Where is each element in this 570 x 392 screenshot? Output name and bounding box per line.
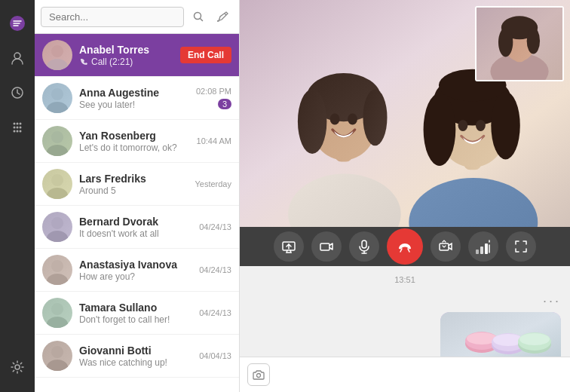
chat-area: 13:51 ··· (240, 0, 570, 392)
contact-info-lars: Lars Fredriks Around 5 (79, 173, 195, 196)
svg-point-19 (47, 145, 68, 156)
svg-point-53 (498, 28, 513, 57)
contact-meta-yan: 10:44 AM (197, 136, 231, 145)
contact-item-tamara[interactable]: Tamara Sullano Don't forget to call her!… (35, 292, 239, 335)
end-call-button[interactable]: End Call (180, 47, 231, 63)
svg-point-15 (47, 59, 68, 70)
svg-point-38 (348, 114, 357, 125)
svg-point-5 (20, 123, 22, 125)
contact-meta-anna: 02:08 PM 3 (196, 87, 231, 109)
contacts-panel: Anabel Torres Call (2:21) End Call Anna (35, 0, 240, 392)
svg-rect-64 (480, 247, 483, 254)
settings-icon[interactable] (0, 350, 35, 384)
svg-point-25 (47, 274, 68, 285)
avatar-yan (42, 126, 72, 156)
search-input[interactable] (41, 7, 184, 27)
logo-icon[interactable] (0, 6, 35, 41)
time-divider: 13:51 (249, 275, 561, 284)
messages-area: 13:51 ··· (240, 266, 570, 357)
svg-rect-65 (485, 243, 488, 254)
svg-point-46 (458, 120, 468, 131)
contact-time-tamara: 04/24/13 (199, 308, 231, 317)
contact-time-giovanni: 04/04/13 (199, 351, 231, 360)
svg-point-16 (51, 88, 63, 100)
search-button[interactable] (188, 6, 209, 27)
switch-camera-button[interactable] (431, 231, 461, 262)
contact-meta-bernard: 04/24/13 (199, 222, 231, 231)
svg-point-26 (51, 303, 63, 315)
video-toggle-button[interactable] (311, 231, 342, 262)
contact-info-anastasiya: Anastasiya Ivanova How are you? (79, 259, 199, 282)
contact-preview-tamara: Don't forget to call her! (79, 314, 199, 325)
contact-item-giovanni[interactable]: Giovanni Botti Was nice catching up! 04/… (35, 335, 239, 378)
self-video-thumbnail (475, 6, 564, 81)
contact-info-bernard: Bernard Dvorak It doesn't work at all (79, 216, 199, 239)
contact-name-tamara: Tamara Sullano (79, 302, 199, 314)
svg-point-22 (51, 217, 63, 229)
svg-point-20 (51, 174, 63, 186)
contact-preview-giovanni: Was nice catching up! (79, 357, 199, 368)
svg-point-37 (330, 114, 340, 125)
contacts-icon[interactable] (0, 41, 35, 75)
svg-point-18 (51, 131, 63, 143)
contact-meta-tamara: 04/24/13 (199, 308, 231, 317)
contact-list: Anabel Torres Call (2:21) End Call Anna (35, 34, 239, 392)
input-area (240, 357, 570, 392)
sidebar (0, 0, 35, 392)
image-message-bubble (440, 312, 561, 357)
svg-point-7 (17, 127, 19, 129)
svg-point-27 (47, 317, 68, 328)
contact-name-anna: Anna Augestine (79, 87, 196, 99)
video-area (240, 0, 570, 227)
mute-button[interactable] (349, 231, 379, 262)
svg-point-24 (51, 260, 63, 272)
avatar-tamara (42, 298, 72, 328)
contact-time-bernard: 04/24/13 (199, 222, 231, 231)
contact-item-anastasiya[interactable]: Anastasiya Ivanova How are you? 04/24/13 (35, 249, 239, 292)
contact-info-tamara: Tamara Sullano Don't forget to call her! (79, 302, 199, 325)
contact-preview-bernard: It doesn't work at all (79, 228, 199, 239)
contact-name-giovanni: Giovanni Botti (79, 345, 199, 357)
video-controls-bar (240, 227, 570, 266)
svg-point-12 (15, 365, 20, 369)
dialpad-icon[interactable] (0, 110, 35, 145)
contact-time-anna: 02:08 PM (196, 87, 231, 96)
contact-info-anna: Anna Augestine See you later! (79, 87, 196, 110)
message-row-image: ··· (249, 293, 561, 357)
contact-info-giovanni: Giovanni Botti Was nice catching up! (79, 345, 199, 368)
contact-info-anabel: Anabel Torres Call (2:21) (79, 44, 180, 67)
contact-time-anastasiya: 04/24/13 (199, 265, 231, 274)
contact-item-bernard[interactable]: Bernard Dvorak It doesn't work at all 04… (35, 206, 239, 249)
contact-preview-anna: See you later! (79, 100, 196, 110)
svg-point-78 (257, 374, 261, 378)
avatar-bernard (42, 212, 72, 242)
svg-point-8 (20, 127, 22, 129)
contact-item-yan[interactable]: Yan Rosenberg Let's do it tomorrow, ok? … (35, 120, 239, 163)
fullscreen-button[interactable] (506, 231, 536, 262)
camera-button[interactable] (247, 363, 270, 386)
svg-point-17 (47, 102, 68, 113)
call-duration: Call (2:21) (91, 57, 133, 67)
screen-share-button[interactable] (274, 231, 304, 262)
contact-time-lars: Yesterday (195, 179, 231, 188)
volume-button[interactable] (468, 231, 498, 262)
svg-point-21 (47, 188, 68, 199)
end-call-control-button[interactable] (387, 228, 423, 265)
contact-meta-lars: Yesterday (195, 179, 231, 188)
svg-rect-63 (476, 250, 479, 254)
contact-item-lars[interactable]: Lars Fredriks Around 5 Yesterday (35, 163, 239, 206)
contact-name-yan: Yan Rosenberg (79, 130, 197, 142)
recents-icon[interactable] (0, 75, 35, 110)
message-input[interactable] (276, 369, 562, 381)
svg-point-9 (14, 130, 16, 133)
contact-item-anabel[interactable]: Anabel Torres Call (2:21) End Call (35, 34, 239, 77)
svg-point-36 (363, 89, 387, 145)
contact-name-anastasiya: Anastasiya Ivanova (79, 259, 199, 271)
svg-rect-56 (320, 243, 329, 250)
svg-point-75 (519, 333, 550, 345)
contact-meta-anastasiya: 04/24/13 (199, 265, 231, 274)
typing-dots: ··· (543, 293, 561, 309)
svg-point-43 (424, 93, 456, 166)
compose-button[interactable] (213, 6, 234, 27)
contact-item-anna[interactable]: Anna Augestine See you later! 02:08 PM 3 (35, 77, 239, 120)
